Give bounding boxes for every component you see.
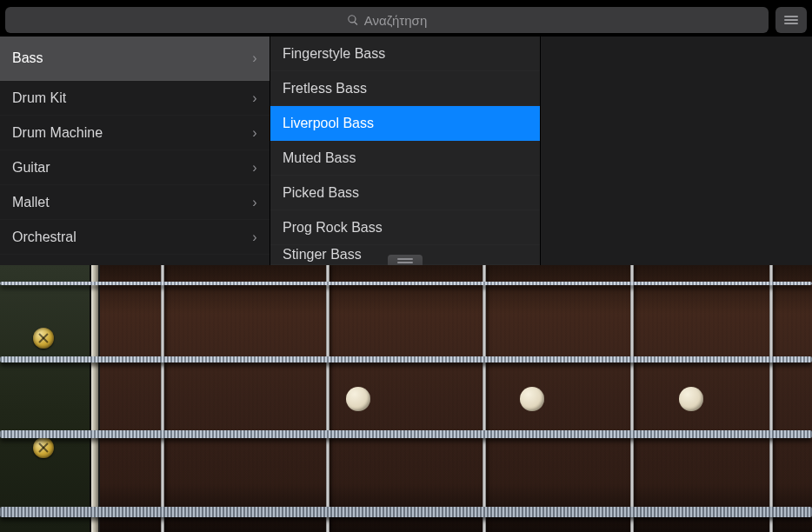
category-item-drum-machine[interactable]: Drum Machine ›	[0, 116, 270, 150]
preset-item[interactable]: Muted Bass	[270, 141, 540, 176]
fretboard[interactable]	[100, 265, 812, 532]
chevron-right-icon: ›	[249, 90, 270, 106]
detail-column	[541, 37, 812, 265]
preset-item-selected[interactable]: Liverpool Bass	[270, 106, 540, 141]
preset-item[interactable]: Prog Rock Bass	[270, 210, 540, 245]
preset-label: Fingerstyle Bass	[283, 46, 540, 62]
chevron-right-icon: ›	[249, 160, 270, 176]
chevron-right-icon: ›	[249, 50, 270, 66]
tuning-screw-icon	[33, 328, 54, 349]
fret-marker-icon	[520, 387, 544, 411]
fret	[769, 265, 773, 532]
string-3[interactable]	[0, 430, 812, 438]
category-item-bass[interactable]: Bass ›	[0, 37, 270, 81]
headstock	[0, 265, 91, 532]
preset-label: Fretless Bass	[283, 81, 540, 96]
string-2[interactable]	[0, 356, 812, 362]
chevron-right-icon: ›	[249, 125, 270, 141]
menu-button[interactable]	[775, 7, 807, 33]
preset-item[interactable]: Fretless Bass	[270, 71, 540, 106]
category-label: Mallet	[12, 195, 249, 210]
search-placeholder: Αναζήτηση	[364, 13, 427, 28]
preset-label: Muted Bass	[283, 150, 540, 166]
fret	[161, 265, 164, 532]
category-item-drum-kit[interactable]: Drum Kit ›	[0, 81, 270, 116]
category-item-guitar[interactable]: Guitar ›	[0, 150, 270, 185]
fret-marker-icon	[346, 387, 370, 411]
preset-label: Liverpool Bass	[283, 116, 540, 131]
search-input[interactable]: Αναζήτηση	[5, 7, 769, 33]
top-bar: Αναζήτηση	[0, 0, 812, 37]
chevron-right-icon: ›	[249, 195, 270, 210]
chevron-right-icon: ›	[249, 229, 270, 245]
search-icon	[347, 14, 359, 26]
fret	[483, 265, 486, 532]
preset-item[interactable]: Fingerstyle Bass	[270, 37, 540, 71]
fret	[630, 265, 634, 532]
instrument-area[interactable]	[0, 265, 812, 532]
string-1[interactable]	[0, 282, 812, 285]
category-label: Guitar	[12, 160, 249, 176]
preset-label: Prog Rock Bass	[283, 220, 540, 236]
browser-columns: Bass › Drum Kit › Drum Machine › Guitar …	[0, 37, 812, 265]
tuning-screw-icon	[33, 437, 54, 458]
category-item-mallet[interactable]: Mallet ›	[0, 185, 270, 220]
nut	[91, 265, 100, 532]
fret	[326, 265, 329, 532]
fret-marker-icon	[679, 387, 703, 411]
preset-column: Fingerstyle Bass Fretless Bass Liverpool…	[270, 37, 541, 265]
category-label: Orchestral	[12, 229, 249, 245]
preset-label: Picked Bass	[283, 185, 540, 201]
preset-item[interactable]: Picked Bass	[270, 176, 540, 210]
category-item-orchestral[interactable]: Orchestral ›	[0, 220, 270, 255]
category-column: Bass › Drum Kit › Drum Machine › Guitar …	[0, 37, 270, 265]
category-label: Drum Machine	[12, 125, 249, 141]
category-label: Bass	[12, 50, 249, 66]
category-label: Drum Kit	[12, 90, 249, 106]
drag-handle[interactable]	[388, 255, 423, 265]
string-4[interactable]	[0, 507, 812, 517]
